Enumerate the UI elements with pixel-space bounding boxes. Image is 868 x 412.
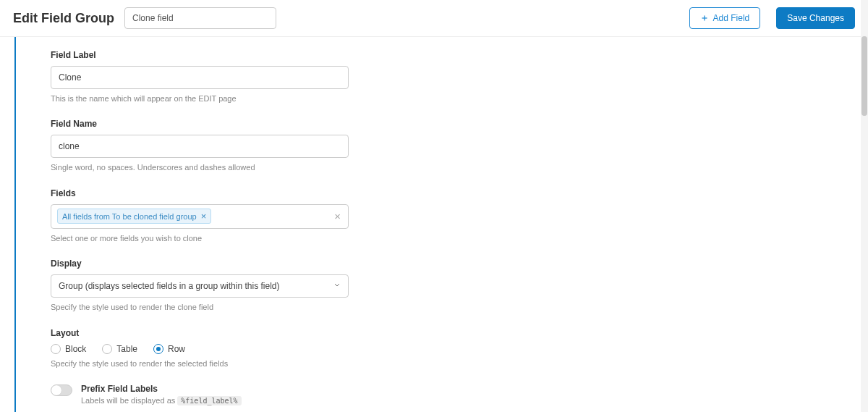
plus-icon: [700, 14, 709, 22]
display-select[interactable]: Group (displays selected fields in a gro…: [51, 274, 349, 298]
layout-radio-block[interactable]: Block: [51, 344, 86, 354]
radio-icon: [102, 344, 112, 354]
field-name-help: Single word, no spaces. Underscores and …: [51, 162, 349, 173]
radio-icon: [51, 344, 61, 354]
group-name-input[interactable]: [124, 7, 276, 29]
display-row: Display Group (displays selected fields …: [51, 258, 349, 313]
layout-label: Layout: [51, 328, 349, 338]
page-title: Edit Field Group: [13, 11, 114, 26]
prefix-labels-title: Prefix Field Labels: [81, 384, 242, 394]
scrollbar-track[interactable]: [861, 0, 868, 412]
clear-all-icon[interactable]: ×: [334, 210, 342, 222]
field-label-help: This is the name which will appear on th…: [51, 93, 349, 104]
field-name-input[interactable]: [51, 135, 349, 158]
field-label-input[interactable]: [51, 66, 349, 89]
fields-row: Fields All fields from To be cloned fiel…: [51, 188, 349, 244]
scrollbar-thumb[interactable]: [861, 36, 867, 116]
selected-field-tag: All fields from To be cloned field group…: [57, 209, 211, 224]
fields-select[interactable]: All fields from To be cloned field group…: [51, 204, 349, 229]
remove-tag-icon[interactable]: ×: [201, 211, 207, 221]
layout-radio-row[interactable]: Row: [153, 344, 185, 354]
layout-row-label: Row: [168, 344, 185, 354]
field-label-label: Field Label: [51, 50, 349, 60]
selected-field-tag-text: All fields from To be cloned field group: [62, 212, 197, 221]
layout-help: Specify the style used to render the sel…: [51, 358, 349, 369]
fields-help: Select one or more fields you wish to cl…: [51, 233, 349, 244]
radio-icon-checked: [153, 344, 163, 354]
layout-block-label: Block: [65, 344, 86, 354]
layout-radio-table[interactable]: Table: [102, 344, 137, 354]
field-name-row: Field Name Single word, no spaces. Under…: [51, 119, 349, 173]
display-help: Specify the style used to render the clo…: [51, 302, 349, 313]
field-label-row: Field Label This is the name which will …: [51, 50, 349, 104]
save-label: Save Changes: [787, 13, 844, 23]
field-settings-panel: Field Label This is the name which will …: [14, 37, 727, 412]
fields-label: Fields: [51, 188, 349, 198]
save-changes-button[interactable]: Save Changes: [776, 7, 855, 29]
prefix-labels-row: Prefix Field Labels Labels will be displ…: [51, 384, 727, 405]
add-field-button[interactable]: Add Field: [689, 7, 761, 29]
prefix-labels-desc: Labels will be displayed as %field_label…: [81, 396, 242, 405]
prefix-labels-toggle[interactable]: [51, 384, 72, 396]
main-content: Field Label This is the name which will …: [0, 37, 868, 412]
code-snippet: %field_label%: [177, 396, 241, 405]
layout-radio-group: Block Table Row: [51, 344, 349, 354]
display-label: Display: [51, 258, 349, 269]
prefix-labels-text: Prefix Field Labels Labels will be displ…: [81, 384, 242, 405]
field-name-label: Field Name: [51, 119, 349, 129]
layout-row: Layout Block Table Row Specify the style…: [51, 328, 349, 369]
top-bar: Edit Field Group Add Field Save Changes: [0, 0, 868, 37]
toggle-knob: [51, 385, 61, 395]
layout-table-label: Table: [116, 344, 137, 354]
add-field-label: Add Field: [713, 13, 750, 23]
